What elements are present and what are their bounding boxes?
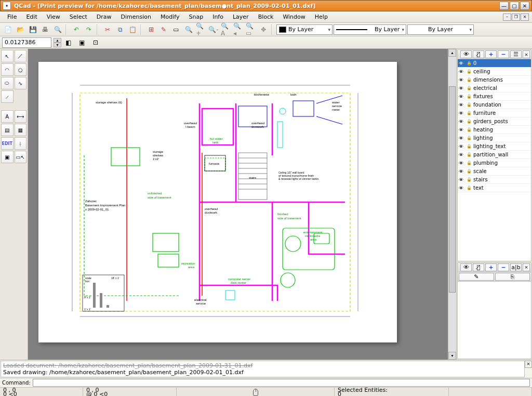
layer-row-ceiling[interactable]: 👁🔒ceiling xyxy=(458,68,531,76)
mdi-close-button[interactable]: × xyxy=(521,14,529,21)
menu-block[interactable]: Block xyxy=(254,12,278,21)
layer-row-girders[interactable]: 👁🔒girders_posts xyxy=(458,117,531,126)
block-edit-button[interactable]: ✎ xyxy=(459,273,494,281)
zoom-pan-button[interactable]: ✥ xyxy=(258,24,269,35)
log-close-button[interactable]: × xyxy=(525,361,532,368)
line-tool-button[interactable]: ／ xyxy=(15,50,27,62)
scroll-thumb-vertical[interactable] xyxy=(449,86,456,293)
redo-button[interactable]: ↷ xyxy=(83,24,95,35)
layer-row-text[interactable]: 👁🔒text xyxy=(458,184,531,192)
layer-row-electrical[interactable]: 👁🔒electrical xyxy=(458,84,531,93)
new-file-button[interactable]: 📄 xyxy=(2,24,14,35)
layer-remove-button[interactable]: − xyxy=(498,50,509,58)
command-input[interactable] xyxy=(33,379,530,387)
block-add-button[interactable]: + xyxy=(485,263,497,271)
layer-row-scale[interactable]: 👁🔒scale xyxy=(458,167,531,176)
fit-page-button[interactable]: ⊡ xyxy=(90,37,101,48)
menu-dimension[interactable]: Dimension xyxy=(117,12,155,21)
layer-row-furniture[interactable]: 👁🔒furniture xyxy=(458,109,531,117)
layer-row-foundation[interactable]: 👁🔒foundation xyxy=(458,101,531,109)
measure-tool-button[interactable]: ⟊ xyxy=(15,137,27,150)
canvas-scrollbar-vertical[interactable]: ▴ ▾ xyxy=(448,49,456,360)
undo-button[interactable]: ↶ xyxy=(71,24,82,35)
center-page-button[interactable]: ▣ xyxy=(76,37,88,48)
layer-panel-close-button[interactable]: × xyxy=(523,50,530,58)
linetype-combo[interactable]: By Layer xyxy=(334,24,406,35)
circle-tool-button[interactable]: ○ xyxy=(15,63,27,76)
layer-row-heating[interactable]: 👁🔒heating xyxy=(458,126,531,134)
maximize-button[interactable]: ▢ xyxy=(510,2,519,10)
mdi-restore-button[interactable]: ❐ xyxy=(512,14,520,21)
zoom-prev-button[interactable]: 🔍◂ xyxy=(233,24,244,35)
spline-tool-button[interactable]: ∿ xyxy=(15,77,27,89)
menu-info[interactable]: Info xyxy=(208,12,228,21)
scroll-up-button[interactable]: ▴ xyxy=(448,49,456,57)
drawing-canvas[interactable]: Zahorec Basement Improvement Plan v 2009… xyxy=(28,49,448,360)
lineweight-combo[interactable]: By Layer xyxy=(407,24,474,35)
polyline-tool-button[interactable]: ⟋ xyxy=(1,90,14,103)
block-hide-button[interactable]: 👁̸ xyxy=(473,263,484,271)
layer-row-fixtures[interactable]: 👁🔒fixtures xyxy=(458,93,531,101)
menu-window[interactable]: Window xyxy=(278,12,309,21)
layer-add-button[interactable]: + xyxy=(485,50,497,58)
layer-list[interactable]: 👁🔒0 👁🔒ceiling 👁🔒dimensions 👁🔒electrical … xyxy=(458,59,531,261)
layer-visibility-all-button[interactable]: 👁 xyxy=(460,50,472,58)
layer-row-partition[interactable]: 👁🔒partition_wall xyxy=(458,151,531,159)
draft-mode-button[interactable]: ✎ xyxy=(158,24,169,35)
zoom-window-button[interactable]: 🔍▭ xyxy=(245,24,257,35)
open-file-button[interactable]: 📂 xyxy=(15,24,26,35)
scale-spin-input[interactable] xyxy=(2,37,51,48)
mdi-minimize-button[interactable]: – xyxy=(503,14,511,21)
block-tool-button[interactable]: ▣ xyxy=(1,151,14,163)
minimize-button[interactable]: — xyxy=(499,2,509,10)
block-rename-button[interactable]: a|b xyxy=(510,263,522,271)
block-visibility-button[interactable]: 👁 xyxy=(460,263,472,271)
color-combo[interactable]: By Layer xyxy=(276,24,332,35)
menu-help[interactable]: Help xyxy=(311,12,332,21)
layer-edit-button[interactable]: ☰ xyxy=(510,50,522,58)
zoom-auto-button[interactable]: 🔍A xyxy=(220,24,232,35)
cut-button[interactable]: ✂ xyxy=(102,24,113,35)
image-tool-button[interactable]: ▦ xyxy=(15,124,27,136)
arc-tool-button[interactable]: ◠ xyxy=(1,63,14,76)
menu-snap[interactable]: Snap xyxy=(184,12,207,21)
close-button[interactable]: ✕ xyxy=(520,2,529,10)
spin-up-button[interactable]: ▴ xyxy=(54,38,61,43)
print-button[interactable]: 🖶 xyxy=(39,24,51,35)
statusbar-toggle-button[interactable]: ▭ xyxy=(170,24,182,35)
spin-down-button[interactable]: ▾ xyxy=(54,43,61,47)
select-tool-button[interactable]: ▭↖ xyxy=(15,151,27,163)
layer-row-stairs[interactable]: 👁🔒stairs xyxy=(458,176,531,184)
hatch-tool-button[interactable]: ▤ xyxy=(1,124,14,136)
block-list[interactable] xyxy=(458,282,531,359)
menu-modify[interactable]: Modify xyxy=(156,12,183,21)
pointer-tool-button[interactable]: ↖ xyxy=(1,50,14,62)
menu-file[interactable]: File xyxy=(3,12,21,21)
grid-toggle-button[interactable]: ⊞ xyxy=(145,24,157,35)
menu-view[interactable]: View xyxy=(43,12,64,21)
ellipse-tool-button[interactable]: ⬭ xyxy=(1,77,14,89)
menu-draw[interactable]: Draw xyxy=(92,12,116,21)
layer-hide-all-button[interactable]: 👁̸ xyxy=(473,50,484,58)
save-button[interactable]: 💾 xyxy=(27,24,38,35)
zoom-in-button[interactable]: 🔍+ xyxy=(195,24,207,35)
paste-button[interactable]: 📋 xyxy=(127,24,138,35)
menu-edit[interactable]: Edit xyxy=(22,12,41,21)
layer-row-0[interactable]: 👁🔒0 xyxy=(458,59,531,68)
zoom-out-button[interactable]: 🔍- xyxy=(208,24,219,35)
layer-row-lighting-text[interactable]: 👁🔒lighting_text xyxy=(458,142,531,151)
zoom-redraw-button[interactable]: 🔍 xyxy=(183,24,194,35)
print-preview-button[interactable]: 🔍 xyxy=(52,24,63,35)
layer-row-plumbing[interactable]: 👁🔒plumbing xyxy=(458,159,531,167)
layer-row-lighting[interactable]: 👁🔒lighting xyxy=(458,134,531,142)
menu-layer[interactable]: Layer xyxy=(229,12,253,21)
block-remove-button[interactable]: − xyxy=(498,263,509,271)
layer-row-dimensions[interactable]: 👁🔒dimensions xyxy=(458,76,531,84)
block-panel-close-button[interactable]: × xyxy=(523,263,530,271)
text-tool-button[interactable]: A xyxy=(1,110,14,123)
menu-select[interactable]: Select xyxy=(65,12,91,21)
dimension-tool-button[interactable]: ⟷ xyxy=(15,110,27,123)
block-insert-button[interactable]: ⎘ xyxy=(495,273,530,281)
edit-tool-button[interactable]: EDIT xyxy=(1,137,14,150)
bw-toggle-button[interactable]: ◧ xyxy=(63,37,74,48)
